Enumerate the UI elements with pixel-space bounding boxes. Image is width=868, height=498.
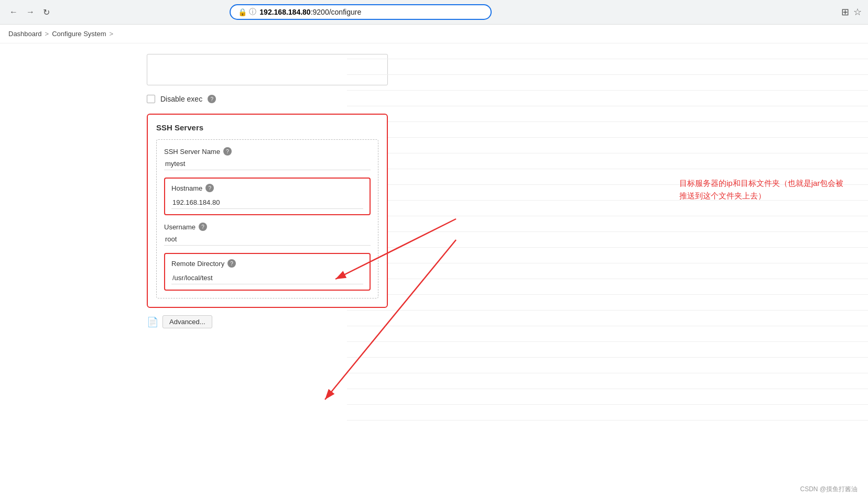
remote-dir-help[interactable]: ?: [227, 259, 236, 268]
arrows-svg: [0, 43, 868, 498]
server-name-input[interactable]: [164, 158, 371, 170]
top-textarea[interactable]: [147, 54, 388, 85]
hostname-help[interactable]: ?: [205, 184, 214, 192]
username-label: Username ?: [164, 223, 371, 231]
breadcrumb-sep-1: >: [45, 30, 49, 38]
advanced-button[interactable]: Advanced...: [162, 315, 212, 328]
breadcrumb-dashboard[interactable]: Dashboard: [8, 30, 42, 38]
page-content: Disable exec ? SSH Servers SSH Server Na…: [0, 43, 868, 498]
advanced-icon: 📄: [147, 316, 158, 328]
breadcrumb: Dashboard > Configure System >: [0, 25, 868, 43]
disable-exec-checkbox[interactable]: [147, 95, 155, 103]
ssh-server-inner: SSH Server Name ? Hostname ? Username ?: [156, 139, 378, 298]
bookmark-button[interactable]: ☆: [853, 6, 862, 18]
remote-dir-input[interactable]: [171, 272, 363, 284]
server-name-label: SSH Server Name ?: [164, 147, 371, 156]
watermark: CSDN @摸鱼打酱油: [800, 485, 858, 494]
username-help[interactable]: ?: [199, 223, 207, 231]
address-bar[interactable]: 🔒 ⓘ 192.168.184.80:9200/configure: [230, 4, 492, 20]
username-input[interactable]: [164, 233, 371, 246]
annotation-text: 目标服务器的ip和目标文件夹（也就是jar包会被推送到这个文件夹上去）: [679, 177, 847, 202]
breadcrumb-configure-system[interactable]: Configure System: [52, 30, 106, 38]
browser-actions: ⊞ ☆: [841, 6, 862, 18]
server-name-help[interactable]: ?: [223, 147, 232, 156]
disable-exec-help[interactable]: ?: [208, 95, 216, 103]
disable-exec-label: Disable exec: [160, 95, 202, 103]
browser-chrome: ← → ↻ 🔒 ⓘ 192.168.184.80:9200/configure …: [0, 0, 868, 25]
server-name-group: SSH Server Name ?: [164, 147, 371, 170]
hostname-input[interactable]: [171, 196, 363, 209]
disable-exec-row: Disable exec ?: [147, 95, 852, 103]
info-icon: ⓘ: [249, 7, 256, 17]
username-group: Username ?: [164, 223, 371, 246]
back-button[interactable]: ←: [6, 6, 21, 18]
hostname-label: Hostname ?: [171, 184, 363, 192]
hostname-box: Hostname ?: [164, 178, 371, 215]
ssh-servers-box: SSH Servers SSH Server Name ? Hostname ?: [147, 114, 388, 308]
advanced-row: 📄 Advanced...: [147, 315, 852, 328]
remote-dir-box: Remote Directory ?: [164, 253, 371, 291]
breadcrumb-sep-2: >: [110, 30, 114, 38]
address-input[interactable]: 192.168.184.80:9200/configure: [259, 8, 483, 16]
forward-button[interactable]: →: [23, 6, 38, 18]
ssh-servers-title: SSH Servers: [156, 123, 378, 132]
remote-dir-label: Remote Directory ?: [171, 259, 363, 268]
bg-lines: [347, 43, 868, 498]
security-icons: 🔒 ⓘ: [238, 7, 256, 17]
nav-buttons: ← → ↻: [6, 6, 53, 18]
lock-icon: 🔒: [238, 8, 247, 16]
refresh-button[interactable]: ↻: [40, 6, 53, 18]
extensions-button[interactable]: ⊞: [841, 6, 849, 18]
